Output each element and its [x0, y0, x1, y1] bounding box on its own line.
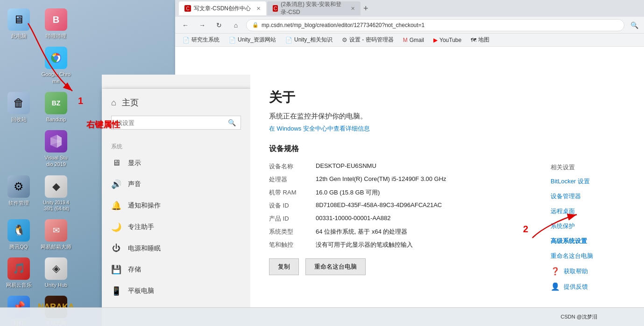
feedback-icon: 👤: [551, 282, 560, 291]
bookmark-settings[interactable]: ⚙ 设置 - 密码管理器: [338, 35, 397, 45]
browser-tab-active[interactable]: C 写文章-CSDN创作中心 ✕: [179, 1, 266, 15]
browser-search-button[interactable]: 🔍: [628, 19, 640, 31]
power-icon: ⏻: [111, 243, 121, 253]
desktop-icon-qq[interactable]: 🐧 腾讯QQ: [0, 215, 37, 254]
about-title: 关于: [269, 89, 625, 106]
tab-close-2[interactable]: ✕: [351, 6, 355, 12]
unity-hub-icon: ◈: [45, 257, 67, 280]
bookmark-label-6: YouTube: [439, 37, 461, 43]
netease-music-label: 网易云音乐: [6, 282, 32, 288]
related-link-rename-pc[interactable]: 重命名这台电脑: [551, 252, 625, 260]
bilibili-icon: B: [45, 8, 67, 31]
desktop-icon-software[interactable]: ⚙ 软件管理: [0, 172, 37, 215]
computer-icon: 🖥: [7, 8, 30, 31]
bookmark-map[interactable]: 🗺 地图: [467, 35, 493, 45]
settings-search-box[interactable]: 🔍: [111, 116, 241, 130]
spec-key-ram: 机带 RAM: [269, 188, 316, 197]
recycle-icon: 🗑: [7, 92, 30, 114]
desktop-icon-bandzip[interactable]: BZ Bandizip: [37, 88, 75, 126]
bookmark-unity-knowledge[interactable]: 📄 Unity_相关知识: [282, 35, 336, 45]
related-link-feedback[interactable]: 提供反馈: [564, 283, 588, 291]
desktop-icon-netease-music[interactable]: 🎵 网易云音乐: [0, 254, 37, 292]
copy-button[interactable]: 复制: [269, 258, 299, 275]
rename-button[interactable]: 重命名这台电脑: [305, 258, 366, 275]
settings-nav-focus[interactable]: 🌙 专注助手: [102, 216, 250, 238]
settings-nav-power[interactable]: ⏻ 电源和睡眠: [102, 238, 250, 259]
unity-label: Unity 2019.4.36f1 (64-bit): [43, 200, 70, 212]
spec-row-cpu: 处理器 12th Gen Intel(R) Core(TM) i5-12490F…: [269, 175, 531, 184]
annotation-num-1: 1: [78, 96, 83, 106]
home-button[interactable]: ⌂: [229, 19, 242, 32]
annotation-num-2: 2: [523, 224, 528, 235]
desktop-icon-bilibili[interactable]: B 哔哩哔哩: [37, 5, 75, 43]
software-icon: ⚙: [7, 175, 30, 198]
spec-val-cpu: 12th Gen Intel(R) Core(TM) i5-12490F 3.0…: [316, 175, 446, 184]
settings-nav-tablet[interactable]: 📱 平板电脑: [102, 280, 250, 302]
settings-nav-notifications-label: 通知和操作: [128, 201, 161, 210]
bookmark-icon-2: 📄: [229, 37, 236, 43]
settings-nav-storage[interactable]: 💾 存储: [102, 259, 250, 280]
netease-mail-icon: ✉: [45, 219, 67, 242]
bookmark-label-7: 地图: [478, 36, 489, 44]
netease-mail-label: 网易邮箱大师: [41, 243, 71, 250]
settings-nav-display[interactable]: 🖥 显示: [102, 153, 250, 173]
browser-controls: ← → ↻ ⌂ 🔒 mp.csdn.net/mp_blog/creation/e…: [175, 17, 644, 34]
bookmark-label-1: 研究生系统: [191, 36, 219, 44]
related-link-device-manager[interactable]: 设备管理器: [551, 192, 625, 201]
desktop-icon-unity-hub[interactable]: ◈ Unity Hub: [37, 254, 75, 292]
unity-hub-label: Unity Hub: [45, 282, 67, 288]
related-link-system-protection[interactable]: 系统保护: [551, 222, 625, 230]
new-tab-button[interactable]: +: [363, 4, 368, 14]
tab-close-1[interactable]: ✕: [256, 6, 261, 12]
settings-home-icon: ⌂: [111, 98, 116, 108]
sound-icon: 🔊: [111, 179, 121, 189]
back-button[interactable]: ←: [179, 19, 192, 32]
bookmark-icon-7: 🗺: [471, 37, 476, 43]
desktop-icon-computer[interactable]: 🖥 此电脑: [0, 5, 37, 43]
forward-button[interactable]: →: [196, 19, 209, 32]
bookmark-icon-6: ▶: [433, 37, 438, 43]
spec-val-device-id: 8D7108ED-435F-458A-89C3-4D96AFCA21AC: [316, 201, 442, 210]
bookmark-icon-3: 📄: [285, 37, 292, 43]
about-specs-title: 设备规格: [269, 144, 625, 154]
desktop-icons: 🖥 此电脑 B 哔哩哔哩 Google Chrome 🗑: [0, 0, 79, 326]
vstudio-label: Visual Studio 2019: [44, 154, 67, 168]
settings-search-input[interactable]: [116, 119, 228, 126]
related-help-row[interactable]: ❓ 获取帮助: [551, 267, 625, 276]
related-feedback-row[interactable]: 👤 提供反馈: [551, 282, 625, 291]
bookmarks-bar: 📄 研究生系统 📄 Unity_资源网站 📄 Unity_相关知识 ⚙ 设置 -…: [175, 34, 644, 47]
bookmark-youtube[interactable]: ▶ YouTube: [430, 36, 465, 44]
taskbar: CSDN @沈梦泪: [0, 307, 644, 326]
bookmark-unity-resource[interactable]: 📄 Unity_资源网站: [225, 35, 280, 45]
address-bar[interactable]: 🔒 mp.csdn.net/mp_blog/creation/editor/12…: [246, 19, 624, 31]
related-link-remote-desktop[interactable]: 远程桌面: [551, 207, 625, 215]
browser-tab-label-2: (2条消息) 安装-安装和登录-CSD: [281, 0, 345, 16]
spec-key-pen-touch: 笔和触控: [269, 241, 316, 249]
desktop-icon-vstudio[interactable]: Visual Studio 2019: [37, 126, 75, 172]
spec-row-system-type: 系统类型 64 位操作系统, 基于 x64 的处理器: [269, 228, 531, 236]
spec-key-cpu: 处理器: [269, 175, 316, 184]
related-link-advanced-system[interactable]: 高级系统设置: [551, 237, 625, 245]
about-security-link[interactable]: 在 Windows 安全中心中查看详细信息: [269, 125, 625, 133]
search-icon: 🔍: [228, 119, 236, 126]
bookmark-gmail[interactable]: M Gmail: [399, 36, 428, 44]
related-settings: 相关设置 BitLocker 设置 设备管理器 远程桌面 系统保护 高级系统设置…: [551, 163, 625, 298]
bookmark-yanjiusheng[interactable]: 📄 研究生系统: [179, 35, 223, 45]
spec-key-device-name: 设备名称: [269, 162, 316, 171]
browser-tab-inactive[interactable]: C (2条消息) 安装-安装和登录-CSD ✕: [267, 1, 361, 15]
settings-nav-notifications[interactable]: 🔔 通知和操作: [102, 195, 250, 216]
spec-val-product-id: 00331-10000-00001-AA882: [316, 215, 390, 223]
computer-label: 此电脑: [11, 33, 27, 39]
desktop-icon-chrome[interactable]: Google Chrome: [37, 43, 75, 88]
related-link-help[interactable]: 获取帮助: [564, 267, 588, 276]
reload-button[interactable]: ↻: [212, 19, 226, 32]
desktop-icon-recycle[interactable]: 🗑 回收站: [0, 88, 37, 126]
help-icon: ❓: [551, 267, 560, 276]
desktop-icon-unity[interactable]: ◆ Unity 2019.4.36f1 (64-bit): [37, 172, 75, 215]
bookmark-label-2: Unity_资源网站: [238, 36, 276, 44]
settings-nav-sound[interactable]: 🔊 声音: [102, 173, 250, 195]
lock-icon: 🔒: [252, 22, 259, 28]
spec-key-product-id: 产品 ID: [269, 215, 316, 223]
desktop-icon-netease-mail[interactable]: ✉ 网易邮箱大师: [37, 215, 75, 254]
related-link-bitlocker[interactable]: BitLocker 设置: [551, 177, 625, 186]
